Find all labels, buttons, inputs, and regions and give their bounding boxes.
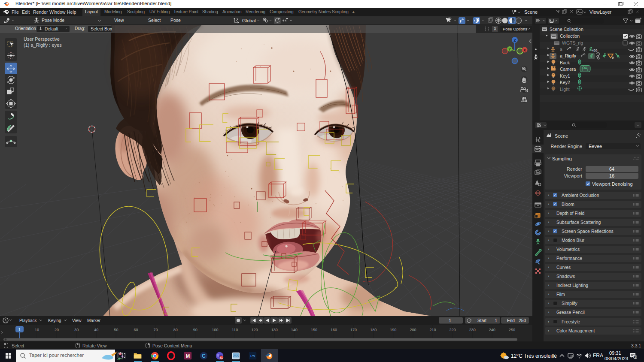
svg-text:190: 190	[390, 328, 396, 332]
svg-text:Viewport Denoising: Viewport Denoising	[592, 181, 633, 187]
svg-text:Y: Y	[508, 47, 511, 51]
svg-text:140: 140	[291, 328, 298, 332]
svg-text:Ps: Ps	[250, 353, 255, 358]
svg-text:X: X	[523, 48, 526, 52]
svg-text:3: 3	[634, 356, 636, 359]
svg-text:Keying: Keying	[48, 318, 61, 323]
svg-text:90: 90	[193, 328, 197, 332]
svg-text:Scene Collection: Scene Collection	[550, 27, 583, 32]
svg-text:M: M	[186, 353, 190, 359]
svg-text:9: 9	[612, 56, 614, 60]
svg-text:160: 160	[331, 328, 337, 332]
svg-text:20: 20	[55, 328, 59, 332]
svg-text:Back: Back	[560, 60, 570, 65]
svg-text:Global: Global	[242, 18, 256, 23]
svg-text:ViewLayer: ViewLayer	[589, 9, 611, 15]
svg-text:1: 1	[449, 318, 451, 323]
svg-text:200: 200	[410, 328, 416, 332]
svg-text:Z: Z	[513, 38, 516, 42]
svg-text:s: s	[618, 55, 620, 59]
svg-text:Render: Render	[567, 166, 582, 172]
svg-text:80: 80	[173, 328, 178, 332]
svg-text:a: a	[560, 47, 562, 52]
svg-text:9+: 9+	[220, 356, 223, 359]
svg-text:240: 240	[489, 328, 495, 332]
svg-text:Light: Light	[560, 87, 570, 92]
svg-text:a_Rigify: a_Rigify	[560, 53, 577, 58]
svg-text:Key1: Key1	[560, 73, 570, 78]
svg-text:64: 64	[609, 166, 614, 172]
svg-text:220: 220	[450, 328, 456, 332]
svg-text:30: 30	[74, 328, 79, 332]
svg-text:70: 70	[154, 328, 158, 332]
svg-text:Eevee: Eevee	[589, 144, 602, 149]
svg-text:120: 120	[252, 328, 258, 332]
svg-text:Render Engine: Render Engine	[551, 144, 582, 149]
svg-text:130: 130	[271, 328, 278, 332]
svg-text:230: 230	[469, 328, 476, 332]
svg-text:1: 1	[18, 327, 21, 332]
svg-text:Camera: Camera	[560, 66, 576, 72]
svg-text:Marker: Marker	[87, 318, 101, 323]
svg-text:60: 60	[134, 328, 138, 332]
svg-text:10: 10	[35, 328, 39, 332]
svg-text:16: 16	[609, 173, 614, 178]
svg-text:WGTS_rig: WGTS_rig	[562, 40, 583, 45]
svg-text:50: 50	[114, 328, 118, 332]
svg-text:150: 150	[311, 328, 317, 332]
svg-text:Viewport: Viewport	[564, 173, 582, 178]
svg-text:Key2: Key2	[560, 80, 570, 85]
svg-text:40: 40	[94, 328, 98, 332]
svg-text:250: 250	[509, 328, 515, 332]
svg-text:Start: Start	[477, 318, 486, 323]
svg-text:170: 170	[350, 328, 357, 332]
svg-text:+99: +99	[591, 48, 598, 53]
svg-text:100: 100	[212, 328, 218, 332]
svg-text:Sampling: Sampling	[552, 156, 572, 161]
svg-text:View: View	[72, 318, 82, 323]
svg-text:C: C	[202, 353, 206, 359]
svg-text:Scene: Scene	[555, 133, 568, 139]
svg-text:210: 210	[429, 328, 436, 332]
svg-text:1: 1	[495, 318, 497, 323]
svg-text:End: End	[507, 318, 515, 323]
svg-text:110: 110	[232, 328, 238, 332]
svg-text:Scene: Scene	[524, 9, 538, 15]
svg-text:180: 180	[370, 328, 377, 332]
svg-text:Collection: Collection	[560, 33, 580, 39]
svg-text:Playback: Playback	[19, 318, 37, 323]
svg-text:250: 250	[519, 318, 526, 323]
